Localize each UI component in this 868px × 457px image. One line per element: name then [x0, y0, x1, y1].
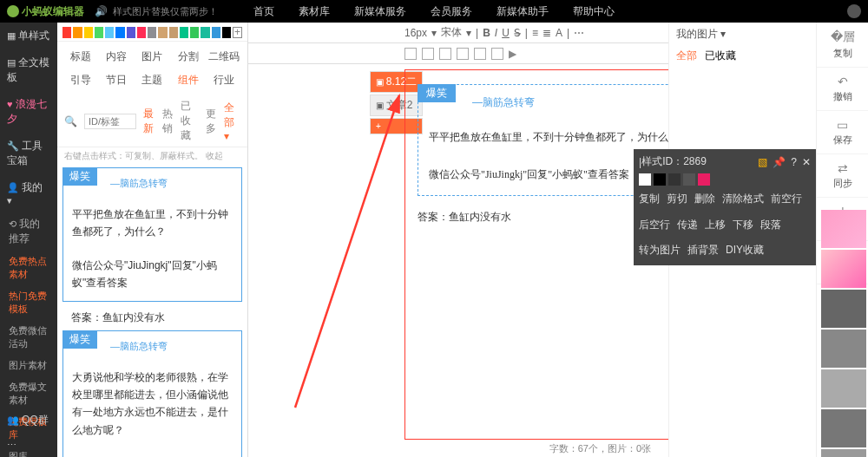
filter-hot[interactable]: 热销 — [162, 107, 174, 136]
tab-内容[interactable]: 内容 — [98, 45, 134, 69]
style-action[interactable]: 复制 — [639, 190, 660, 209]
thumb[interactable] — [821, 369, 866, 408]
play-icon[interactable]: ▶ — [509, 48, 516, 60]
thumb[interactable] — [821, 449, 866, 457]
swatch[interactable] — [137, 27, 146, 38]
sidebar-sub[interactable]: 图片素材 — [0, 355, 57, 376]
swatch[interactable] — [105, 27, 114, 38]
swatch[interactable] — [222, 27, 231, 38]
strike-icon[interactable]: S̶ — [514, 27, 521, 39]
tab-引导[interactable]: 引导 — [62, 69, 98, 92]
style-action[interactable]: 剪切 — [667, 190, 687, 209]
swatch[interactable] — [190, 27, 199, 38]
nav-member[interactable]: 会员服务 — [431, 4, 472, 19]
template-card[interactable]: 爆笑—脑筋急转弯平平把鱼放在鱼缸里，不到十分钟鱼都死了，为什么？微信公众号"Ji… — [62, 167, 242, 302]
filter-collected[interactable]: 已收藏 — [181, 99, 198, 143]
tab-分割[interactable]: 分割 — [170, 45, 206, 69]
rp-collected[interactable]: 已收藏 — [705, 49, 736, 62]
panel-close-icon[interactable]: ✕ — [802, 156, 811, 168]
sidebar-qixi[interactable]: ♥ 浪漫七夕 — [0, 91, 57, 133]
underline-icon[interactable]: U — [502, 27, 510, 39]
sidebar-full-template[interactable]: ▤ 全文模板 — [0, 49, 57, 91]
style-action[interactable]: 前空行 — [771, 190, 802, 209]
swatch[interactable] — [84, 27, 93, 38]
style-action[interactable]: 清除格式 — [722, 190, 764, 209]
tab-行业[interactable]: 行业 — [207, 69, 242, 92]
sidebar-more[interactable]: ⋯ — [0, 434, 57, 457]
style-action[interactable]: 下移 — [733, 216, 753, 235]
nav-home[interactable]: 首页 — [253, 4, 274, 19]
search-input[interactable] — [84, 114, 136, 129]
add-swatch[interactable]: + — [233, 27, 242, 38]
style-action[interactable]: 插背景 — [687, 241, 719, 260]
style-swatch[interactable] — [698, 173, 710, 186]
tool-icon[interactable] — [457, 48, 469, 60]
tool-icon[interactable] — [474, 48, 486, 60]
swatch[interactable] — [201, 27, 209, 38]
font-color-icon[interactable]: A — [556, 27, 562, 39]
tab-图片[interactable]: 图片 — [135, 45, 170, 69]
right-btn-复制[interactable]: �層复制 — [817, 23, 868, 68]
rp-title[interactable]: 我的图片 ▾ — [669, 23, 816, 46]
tool-icon[interactable] — [491, 48, 503, 60]
nav-service[interactable]: 新媒体服务 — [354, 4, 406, 19]
thumb[interactable] — [821, 330, 866, 368]
thumb[interactable] — [821, 250, 866, 288]
tab-组件[interactable]: 组件 — [170, 69, 206, 92]
swatch[interactable] — [180, 27, 188, 38]
thumb[interactable] — [821, 409, 866, 447]
style-swatch[interactable] — [654, 173, 666, 186]
panel-pin-icon[interactable]: 📌 — [773, 156, 786, 168]
swatch[interactable] — [95, 27, 103, 38]
more-tools-icon[interactable]: ⋯ — [574, 27, 584, 39]
swatch[interactable] — [148, 27, 156, 38]
sidebar-sub[interactable]: 热门免费模板 — [0, 285, 57, 320]
swatch[interactable] — [158, 27, 167, 38]
style-swatch[interactable] — [639, 173, 651, 186]
style-action[interactable]: 段落 — [760, 216, 781, 235]
style-action[interactable]: 后空行 — [639, 216, 670, 235]
filter-more[interactable]: 更多 — [206, 107, 218, 136]
tab-主题[interactable]: 主题 — [135, 69, 170, 92]
bold-icon[interactable]: B — [483, 27, 490, 39]
sidebar-qq[interactable]: 👥 QQ群 — [0, 407, 57, 434]
style-swatch[interactable] — [668, 173, 681, 186]
sidebar-mine[interactable]: 👤 我的 ▾ — [0, 174, 57, 212]
italic-icon[interactable]: I — [495, 27, 497, 39]
sidebar-sub[interactable]: 免费微信活动 — [0, 320, 57, 355]
style-action[interactable]: 上移 — [705, 216, 726, 235]
style-swatch[interactable] — [683, 173, 695, 186]
swatch[interactable] — [73, 27, 82, 38]
sidebar-toolbox[interactable]: 🔧 工具宝箱 — [0, 133, 57, 174]
sidebar-myrec[interactable]: ⟲ 我的推荐 — [0, 212, 57, 251]
swatch[interactable] — [169, 27, 178, 38]
tab-节日[interactable]: 节日 — [98, 69, 134, 92]
font-family-select[interactable]: 宋体 — [441, 25, 462, 40]
sidebar-sub[interactable]: 免费爆文素材 — [0, 376, 57, 411]
rp-all[interactable]: 全部 — [676, 49, 697, 62]
swatch[interactable] — [127, 27, 135, 38]
style-action[interactable]: 传递 — [677, 216, 698, 235]
right-btn-同步[interactable]: ⇄同步 — [817, 154, 868, 198]
style-action[interactable]: 转为图片 — [639, 241, 681, 260]
filter-latest[interactable]: 最新 — [143, 107, 155, 136]
nav-material[interactable]: 素材库 — [299, 4, 330, 19]
sidebar-single-style[interactable]: ▦ 单样式 — [0, 23, 57, 49]
tool-icon[interactable] — [422, 48, 434, 60]
avatar-icon[interactable] — [847, 4, 861, 18]
thumb[interactable] — [821, 210, 866, 248]
tab-二维码[interactable]: 二维码 — [207, 45, 242, 69]
filter-all[interactable]: 全部 ▾ — [224, 101, 240, 142]
align-center-icon[interactable]: ≣ — [542, 27, 551, 39]
nav-assistant[interactable]: 新媒体助手 — [496, 4, 549, 19]
right-btn-撤销[interactable]: ↶撤销 — [817, 68, 868, 111]
style-action[interactable]: 删除 — [694, 190, 715, 209]
panel-help-icon[interactable]: ? — [791, 156, 797, 168]
tool-icon[interactable] — [439, 48, 451, 60]
swatch[interactable] — [115, 27, 124, 38]
tool-icon[interactable] — [404, 48, 417, 60]
swatch[interactable] — [212, 27, 220, 38]
swatch[interactable] — [62, 27, 71, 38]
nav-help[interactable]: 帮助中心 — [573, 4, 615, 19]
thumb[interactable] — [821, 290, 866, 328]
